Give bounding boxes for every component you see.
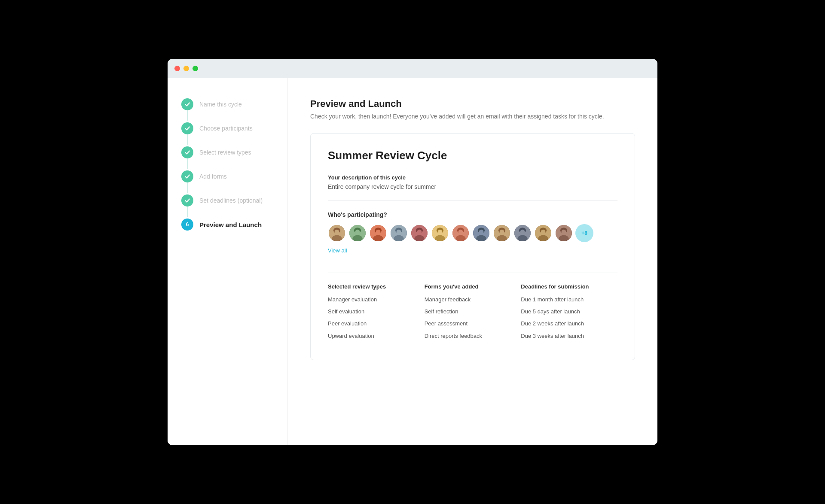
review-type-2: Self evaluation [328,308,425,316]
avatar-7 [452,224,470,242]
description-label: Your description of this cycle [328,174,617,181]
review-type-3: Peer evaluation [328,320,425,328]
sidebar: Name this cycle Choose participants Sele… [168,78,288,445]
avatar-9 [493,224,511,242]
main-content: Preview and Launch Check your work, then… [288,78,657,445]
step-4-icon [181,170,193,182]
deadlines-col: Deadlines for submission Due 1 month aft… [521,283,617,344]
avatar-2 [348,224,367,242]
app-window: Name this cycle Choose participants Sele… [168,59,657,445]
description-value: Entire company review cycle for summer [328,183,617,190]
step-5-label: Set deadlines (optional) [199,197,263,204]
divider-1 [328,200,617,201]
view-all-link[interactable]: View all [328,247,347,254]
svg-point-14 [376,230,381,234]
deadline-1: Due 1 month after launch [521,296,617,304]
svg-point-29 [438,230,443,234]
minimize-dot[interactable] [183,66,189,71]
avatar-8 [472,224,490,242]
form-2: Self reflection [425,308,521,316]
step-6-icon: 6 [181,219,193,231]
avatars-row: +8 [328,224,617,242]
forms-col: Forms you've added Manager feedback Self… [425,283,521,344]
titlebar [168,59,657,78]
avatar-3 [369,224,387,242]
avatar-4 [390,224,408,242]
svg-point-24 [417,230,422,234]
step-2[interactable]: Choose participants [181,122,274,134]
avatar-5 [410,224,428,242]
review-grid: Selected review types Manager evaluation… [328,283,617,344]
svg-point-19 [397,230,401,234]
step-1[interactable]: Name this cycle [181,98,274,110]
review-type-4: Upward evaluation [328,332,425,340]
step-2-label: Choose participants [199,125,253,132]
deadlines-header: Deadlines for submission [521,283,617,290]
step-2-icon [181,122,193,134]
step-3[interactable]: Select review types [181,146,274,158]
cycle-name: Summer Review Cycle [328,149,617,162]
avatar-11 [534,224,552,242]
deadline-3: Due 2 weeks after launch [521,320,617,328]
page-subtitle: Check your work, then launch! Everyone y… [310,112,635,121]
step-6-label: Preview and Launch [199,221,262,228]
maximize-dot[interactable] [192,66,198,71]
deadline-2: Due 5 days after launch [521,308,617,316]
review-types-col: Selected review types Manager evaluation… [328,283,425,344]
svg-point-4 [335,230,339,234]
step-3-label: Select review types [199,149,251,156]
step-6[interactable]: 6 Preview and Launch [181,219,274,231]
participants-label: Who's participating? [328,211,617,218]
form-3: Peer assessment [425,320,521,328]
deadline-4: Due 3 weeks after launch [521,332,617,340]
review-type-1: Manager evaluation [328,296,425,304]
forms-header: Forms you've added [425,283,521,290]
step-5[interactable]: Set deadlines (optional) [181,194,274,206]
svg-point-49 [520,230,525,234]
svg-point-59 [562,230,566,234]
content-area: Name this cycle Choose participants Sele… [168,78,657,445]
page-title: Preview and Launch [310,98,635,109]
form-4: Direct reports feedback [425,332,521,340]
avatar-plus-count: +8 [575,224,593,242]
avatar-10 [513,224,532,242]
step-5-icon [181,194,193,206]
svg-point-39 [479,230,484,234]
review-types-header: Selected review types [328,283,425,290]
step-4-label: Add forms [199,173,227,180]
close-dot[interactable] [174,66,180,71]
avatar-12 [555,224,573,242]
step-1-icon [181,98,193,110]
svg-point-44 [500,230,504,234]
svg-point-9 [355,230,360,234]
preview-card: Summer Review Cycle Your description of … [310,133,635,360]
step-3-icon [181,146,193,158]
avatar-1 [328,224,346,242]
svg-point-54 [541,230,546,234]
form-1: Manager feedback [425,296,521,304]
svg-point-34 [458,230,463,234]
step-4[interactable]: Add forms [181,170,274,182]
avatar-6 [431,224,449,242]
divider-2 [328,273,617,273]
step-1-label: Name this cycle [199,101,242,108]
